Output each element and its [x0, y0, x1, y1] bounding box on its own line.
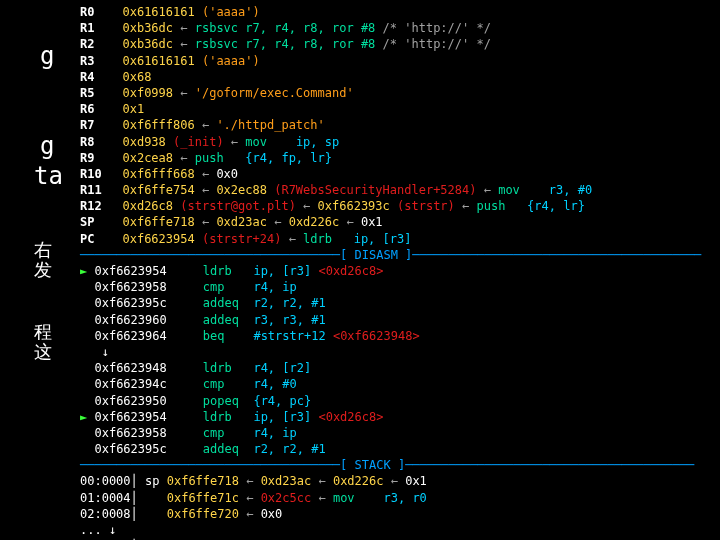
disasm-row: 0xf662395c addeq r2, r2, #1	[80, 441, 701, 457]
stack-row: 00:0000│ sp 0xf6ffe718 ← 0xd23ac ← 0xd22…	[80, 473, 701, 489]
disasm-row: 0xf662395c addeq r2, r2, #1	[80, 295, 701, 311]
disasm-row: 0xf6623960 addeq r3, r3, #1	[80, 312, 701, 328]
reg-row-r7: R7 0xf6fff806 ← './httpd_patch'	[80, 117, 701, 133]
disasm-row: 0xf662394c cmp r4, #0	[80, 376, 701, 392]
reg-row-sp: SP 0xf6ffe718 ← 0xd23ac ← 0xd226c ← 0x1	[80, 214, 701, 230]
reg-row-pc: PC 0xf6623954 (strstr+24) ← ldrb ip, [r3…	[80, 231, 701, 247]
disasm-row: 0xf6623958 cmp r4, ip	[80, 279, 701, 295]
reg-row-r4: R4 0x68	[80, 69, 701, 85]
disasm-header: ────────────────────────────────────[ DI…	[80, 247, 701, 263]
debugger-screenshot: g g ta 右 发 程 这 R0 0x61616161 ('aaaa') R1…	[0, 0, 720, 540]
stack-header: ────────────────────────────────────[ ST…	[80, 457, 701, 473]
bg-char: 发	[34, 258, 52, 282]
stack-row: 02:0008│ 0xf6ffe720 ← 0x0	[80, 506, 701, 522]
reg-row-r2: R2 0xb36dc ← rsbsvc r7, r4, r8, ror #8 /…	[80, 36, 701, 52]
reg-row-r11: R11 0xf6ffe754 ← 0x2ec88 (R7WebsSecurity…	[80, 182, 701, 198]
debugger-panel: R0 0x61616161 ('aaaa') R1 0xb36dc ← rsbs…	[80, 4, 701, 540]
reg-row-r12: R12 0xd26c8 (strstr@got.plt) ← 0xf662393…	[80, 198, 701, 214]
disasm-row: 0xf6623950 popeq {r4, pc}	[80, 393, 701, 409]
reg-row-r8: R8 0xd938 (_init) ← mov ip, sp	[80, 134, 701, 150]
reg-row-r3: R3 0x61616161 ('aaaa')	[80, 53, 701, 69]
reg-row-r6: R6 0x1	[80, 101, 701, 117]
disasm-row: 0xf6623964 beq #strstr+12 <0xf6623948>	[80, 328, 701, 344]
reg-row-r9: R9 0x2cea8 ← push {r4, fp, lr}	[80, 150, 701, 166]
bg-char: ta	[34, 160, 63, 192]
bg-char: g	[40, 40, 54, 72]
bg-char: g	[40, 130, 54, 162]
stack-row: 01:0004│ 0xf6ffe71c ← 0x2c5cc ← mov r3, …	[80, 490, 701, 506]
disasm-row: 0xf6623958 cmp r4, ip	[80, 425, 701, 441]
reg-row-r1: R1 0xb36dc ← rsbsvc r7, r4, r8, ror #8 /…	[80, 20, 701, 36]
reg-row-r10: R10 0xf6fff668 ← 0x0	[80, 166, 701, 182]
reg-row-r5: R5 0xf0998 ← '/goform/exec.Command'	[80, 85, 701, 101]
reg-row-r0: R0 0x61616161 ('aaaa')	[80, 4, 701, 20]
disasm-row: ► 0xf6623954 ldrb ip, [r3] <0xd26c8>	[80, 409, 701, 425]
disasm-row: 0xf6623948 ldrb r4, [r2]	[80, 360, 701, 376]
disasm-row: ↓	[80, 344, 701, 360]
stack-row: ... ↓	[80, 522, 701, 538]
bg-char: 这	[34, 340, 52, 364]
disasm-row: ► 0xf6623954 ldrb ip, [r3] <0xd26c8>	[80, 263, 701, 279]
